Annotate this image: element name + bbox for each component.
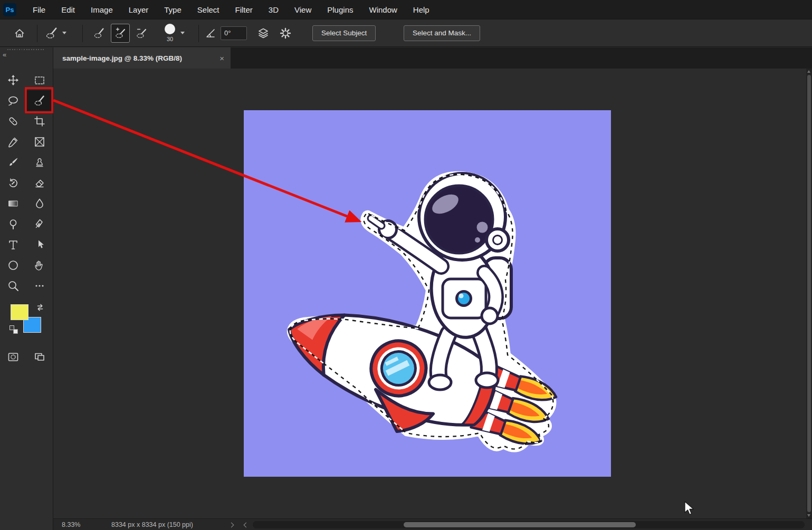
ellipsis-icon <box>34 280 45 292</box>
tool-eraser[interactable] <box>26 172 53 193</box>
tool-zoom[interactable] <box>0 275 26 296</box>
quick-mask-button[interactable] <box>0 346 26 367</box>
sample-all-layers-button[interactable] <box>257 20 269 46</box>
tool-spot-healing-brush[interactable] <box>0 111 26 131</box>
gradient-icon <box>7 198 19 209</box>
foreground-color-swatch[interactable] <box>11 304 28 320</box>
chevron-down-icon <box>62 32 66 34</box>
dodge-icon <box>7 218 19 230</box>
helmet-headphone <box>486 229 509 251</box>
menu-item-view[interactable]: View <box>286 5 319 14</box>
tool-quick-selection[interactable] <box>26 90 53 111</box>
brush-icon <box>7 157 19 168</box>
menu-item-window[interactable]: Window <box>361 5 405 14</box>
canvas-area[interactable] <box>53 69 806 518</box>
menu-item-select[interactable]: Select <box>189 5 227 14</box>
add-to-selection-mode-button[interactable] <box>111 24 130 43</box>
screen-mode-button[interactable] <box>26 346 53 367</box>
lasso-icon <box>7 95 19 107</box>
menu-item-plugins[interactable]: Plugins <box>319 5 361 14</box>
home-button[interactable] <box>14 20 25 46</box>
eyedropper-icon <box>7 136 19 148</box>
vertical-scrollbar[interactable] <box>806 69 812 518</box>
tool-dodge[interactable] <box>0 214 26 234</box>
horizontal-scrollbar-thumb[interactable] <box>404 522 636 527</box>
tool-preset-button[interactable] <box>45 20 66 46</box>
new-selection-mode-button[interactable] <box>90 24 109 43</box>
screen-mode-icon <box>34 351 45 363</box>
tool-brush[interactable] <box>0 152 26 172</box>
document-size-info: 8334 px x 8334 px (150 ppi) <box>111 519 193 530</box>
tab-close-button[interactable]: × <box>219 54 224 63</box>
tool-type[interactable] <box>0 234 26 255</box>
brush-size-picker[interactable]: 30 <box>165 24 175 42</box>
menu-item-image[interactable]: Image <box>83 5 121 14</box>
type-icon <box>7 239 19 250</box>
tool-edit-toolbar[interactable] <box>26 275 53 296</box>
visor <box>425 186 493 253</box>
panel-drag-handle[interactable] <box>7 49 45 50</box>
quick-selection-brush-icon <box>45 27 58 40</box>
crop-icon <box>34 115 45 127</box>
select-subject-button[interactable]: Select Subject <box>312 25 376 41</box>
menu-item-file[interactable]: File <box>25 5 53 14</box>
zoom-icon <box>7 280 19 292</box>
scroll-left-arrow-icon[interactable] <box>244 522 249 527</box>
selection-options-button[interactable] <box>280 20 291 46</box>
document-image[interactable] <box>244 110 611 477</box>
chest-button <box>457 292 471 306</box>
select-and-mask-button[interactable]: Select and Mask... <box>404 25 480 41</box>
color-swatches <box>0 302 53 343</box>
new-selection-icon <box>93 27 105 39</box>
status-expand-icon[interactable] <box>229 522 234 527</box>
menu-item-3d[interactable]: 3D <box>261 5 286 14</box>
gear-icon <box>280 27 291 39</box>
status-bar: 8.33% 8334 px x 8334 px (150 ppi) <box>53 518 812 530</box>
marquee-icon <box>34 74 45 86</box>
tool-eyedropper[interactable] <box>0 131 26 152</box>
astronaut-rocket-illustration <box>244 110 611 477</box>
tool-gradient[interactable] <box>0 193 26 214</box>
collapse-panel-button[interactable]: « <box>3 51 6 59</box>
quick-mask-icon <box>7 351 19 363</box>
menu-item-edit[interactable]: Edit <box>53 5 83 14</box>
options-bar: 30 Select Subject Select and Mask... <box>0 19 812 47</box>
tool-clone-stamp[interactable] <box>26 152 53 172</box>
document-tab[interactable]: sample-image.jpg @ 8.33% (RGB/8) × <box>53 47 231 69</box>
scroll-up-arrow-icon[interactable] <box>807 70 810 73</box>
vertical-scrollbar-thumb[interactable] <box>807 75 811 512</box>
frame-icon <box>34 136 45 148</box>
horizontal-scrollbar[interactable] <box>253 521 805 528</box>
tool-frame[interactable] <box>26 131 53 152</box>
angle-input[interactable] <box>221 26 247 40</box>
subtract-from-selection-mode-button[interactable] <box>132 24 151 43</box>
menu-item-type[interactable]: Type <box>156 5 189 14</box>
tool-rectangular-marquee[interactable] <box>26 70 53 90</box>
brush-tip-icon <box>165 24 175 34</box>
healing-brush-icon <box>7 115 19 127</box>
menu-item-help[interactable]: Help <box>405 5 437 14</box>
ellipse-icon <box>7 259 19 271</box>
menu-item-layer[interactable]: Layer <box>121 5 157 14</box>
swap-colors-icon[interactable] <box>36 303 44 312</box>
document-tab-bar: sample-image.jpg @ 8.33% (RGB/8) × <box>53 47 812 69</box>
tool-pen[interactable] <box>26 214 53 234</box>
zoom-level[interactable]: 8.33% <box>62 519 80 530</box>
scroll-down-arrow-icon[interactable] <box>807 514 810 517</box>
tool-crop[interactable] <box>26 111 53 131</box>
tool-blur[interactable] <box>26 193 53 214</box>
tool-ellipse[interactable] <box>0 255 26 275</box>
subtract-from-selection-icon <box>136 27 147 39</box>
tool-lasso[interactable] <box>0 90 26 111</box>
move-icon <box>7 74 19 86</box>
selection-arrow-icon <box>34 239 45 250</box>
tool-hand[interactable] <box>26 255 53 275</box>
default-colors-icon[interactable] <box>9 325 18 334</box>
tool-history-brush[interactable] <box>0 172 26 193</box>
tool-move[interactable] <box>0 70 26 90</box>
blur-drop-icon <box>34 198 45 209</box>
menu-item-filter[interactable]: Filter <box>227 5 261 14</box>
tools-panel: « <box>0 47 53 530</box>
photoshop-logo[interactable]: Ps <box>3 3 16 16</box>
tool-path-selection[interactable] <box>26 234 53 255</box>
